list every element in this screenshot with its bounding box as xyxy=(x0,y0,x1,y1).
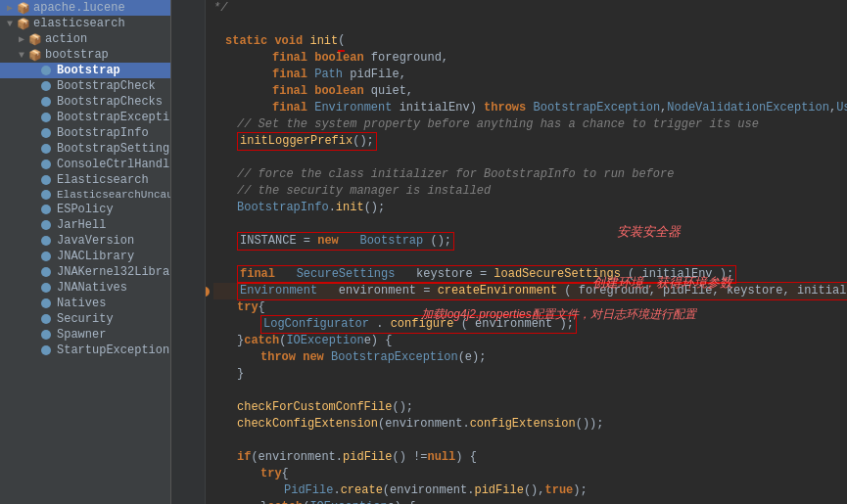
sidebar-item-ESPolicy[interactable]: ESPolicy xyxy=(0,202,170,217)
sidebar-item-Bootstrap[interactable]: Bootstrap xyxy=(0,63,170,78)
code-token: foreground, xyxy=(371,50,448,67)
code-line: if ( environment . pidFile () != null ) … xyxy=(213,449,847,466)
sidebar-item-JavaVersion[interactable]: JavaVersion xyxy=(0,233,170,249)
code-line: try { xyxy=(213,466,847,482)
code-token: pidFile xyxy=(343,449,392,466)
code-token: . xyxy=(333,482,340,499)
code-token: throw xyxy=(260,349,296,366)
code-token: null xyxy=(427,449,455,466)
code-line: checkForCustomConfFile (); xyxy=(213,399,847,416)
code-line: // force the class initializer for Boots… xyxy=(213,166,847,183)
code-token: (); xyxy=(353,134,374,148)
code-token: // Set the system property before anythi… xyxy=(237,116,759,133)
code-token: ( xyxy=(461,317,468,331)
sidebar-item-ElasticsearchUncaughtExceptionHandle[interactable]: ElasticsearchUncaughtExceptionHandle xyxy=(0,188,170,202)
code-token: ) { xyxy=(455,449,477,466)
code-token: void xyxy=(274,33,303,50)
code-content[interactable]: 💡 */ static void init ( final xyxy=(206,0,847,504)
sidebar-item-BootstrapChecks[interactable]: BootstrapChecks xyxy=(0,94,170,110)
sidebar-item-JarHell[interactable]: JarHell xyxy=(0,217,170,233)
code-token: final xyxy=(272,83,307,100)
code-token: keystore xyxy=(416,267,473,281)
code-token: } xyxy=(260,499,267,504)
sidebar-item-label: StartupException xyxy=(57,344,169,357)
sidebar-item-label: Spawner xyxy=(57,328,106,342)
sidebar-item-Security[interactable]: Security xyxy=(0,311,170,327)
code-token: ); xyxy=(559,317,573,331)
code-token: e xyxy=(388,499,395,504)
sidebar-item-label: BootstrapException xyxy=(57,111,170,124)
sidebar-item-label: JavaVersion xyxy=(57,234,134,248)
class-icon xyxy=(39,65,55,76)
sidebar-item-Elasticsearch[interactable]: Elasticsearch xyxy=(0,172,170,188)
sidebar-item-StartupException[interactable]: StartupException xyxy=(0,343,170,358)
code-token: pidFile, xyxy=(350,67,406,83)
code-token: = xyxy=(480,267,494,281)
code-space xyxy=(364,50,371,67)
code-token: e xyxy=(364,333,371,349)
code-token: new xyxy=(317,234,339,248)
sidebar-item-label: BootstrapSettings xyxy=(57,142,170,156)
code-line: final boolean foreground, xyxy=(213,50,847,67)
code-token: new xyxy=(303,349,324,366)
sidebar-item-Natives[interactable]: Natives xyxy=(0,296,170,311)
sidebar-item-label: Bootstrap xyxy=(57,64,120,77)
code-token: ( xyxy=(628,267,635,281)
sidebar-item-label: apache.lucene xyxy=(33,1,125,15)
package-icon: 📦 xyxy=(16,18,31,30)
code-token: ) { xyxy=(371,333,393,349)
sidebar-item-BootstrapSettings[interactable]: BootstrapSettings xyxy=(0,141,170,157)
code-line: final Path pidFile, xyxy=(213,67,847,83)
code-token: (), xyxy=(524,482,545,499)
sidebar-item-BootstrapException[interactable]: BootstrapException xyxy=(0,110,170,125)
sidebar-item-JNAKernel32Library[interactable]: JNAKernel32Library xyxy=(0,264,170,280)
class-icon xyxy=(39,298,55,309)
code-space xyxy=(402,267,409,281)
code-token: createEnvironment xyxy=(438,284,557,298)
sidebar-item-JNANatives[interactable]: JNANatives xyxy=(0,280,170,296)
code-space xyxy=(307,50,314,67)
class-icon xyxy=(39,189,55,201)
breakpoint-marker xyxy=(206,287,210,297)
code-token: INSTANCE xyxy=(240,234,297,248)
code-token: ( xyxy=(251,449,258,466)
code-token: (); xyxy=(364,200,386,216)
sidebar-item-Spawner[interactable]: Spawner xyxy=(0,327,170,343)
sidebar-item-label: elasticsearch xyxy=(33,17,125,30)
code-token: ); xyxy=(472,349,486,366)
sidebar-item-action[interactable]: ▶ 📦 action xyxy=(0,31,170,47)
class-icon xyxy=(39,266,55,278)
code-token: checkConfigExtension xyxy=(237,416,378,433)
code-token: catch xyxy=(244,333,279,349)
sidebar-item-elasticsearch[interactable]: ▼ 📦 elasticsearch xyxy=(0,16,170,31)
sidebar-item-JNACLibrary[interactable]: JNACLibrary xyxy=(0,249,170,264)
code-line: Environment environment = createEnvironm… xyxy=(213,283,847,299)
sidebar-item-apache-lucene[interactable]: ▶ 📦 apache.lucene xyxy=(0,0,170,16)
code-area[interactable]: 💡 */ static void init ( final xyxy=(171,0,847,504)
class-icon xyxy=(39,80,55,92)
code-token: pidFile xyxy=(474,482,523,499)
code-token: ( xyxy=(458,349,465,366)
sidebar-item-label: ConsoleCtrlHandler xyxy=(57,158,170,171)
sidebar-item-ConsoleCtrlHandler[interactable]: ConsoleCtrlHandler xyxy=(0,157,170,172)
code-space xyxy=(296,349,303,366)
code-space xyxy=(346,234,353,248)
annotated-block: LogConfigurator . configure ( environmen… xyxy=(260,315,577,334)
sidebar-item-label: ESPolicy xyxy=(57,203,114,216)
tree-container[interactable]: ▶ 📦 apache.lucene ▼ 📦 elasticsearch ▶ 📦 … xyxy=(0,0,170,504)
class-icon xyxy=(39,96,55,108)
code-token: BootstrapException xyxy=(331,349,458,366)
code-token: initLoggerPrefix xyxy=(240,134,353,148)
code-token: environment xyxy=(339,284,416,298)
sidebar-item-BootstrapCheck[interactable]: BootstrapCheck xyxy=(0,78,170,94)
package-icon: 📦 xyxy=(27,33,43,46)
code-line: checkConfigExtension ( environment . con… xyxy=(213,416,847,433)
sidebar-item-bootstrap-pkg[interactable]: ▼ 📦 bootstrap xyxy=(0,47,170,63)
sidebar-item-label: bootstrap xyxy=(45,48,109,62)
class-icon xyxy=(39,174,55,186)
code-token: init xyxy=(309,33,338,50)
sidebar-item-BootstrapInfo[interactable]: BootstrapInfo xyxy=(0,125,170,141)
class-icon xyxy=(39,344,55,356)
sidebar-item-label: action xyxy=(45,32,87,46)
code-token: environment xyxy=(259,449,336,466)
